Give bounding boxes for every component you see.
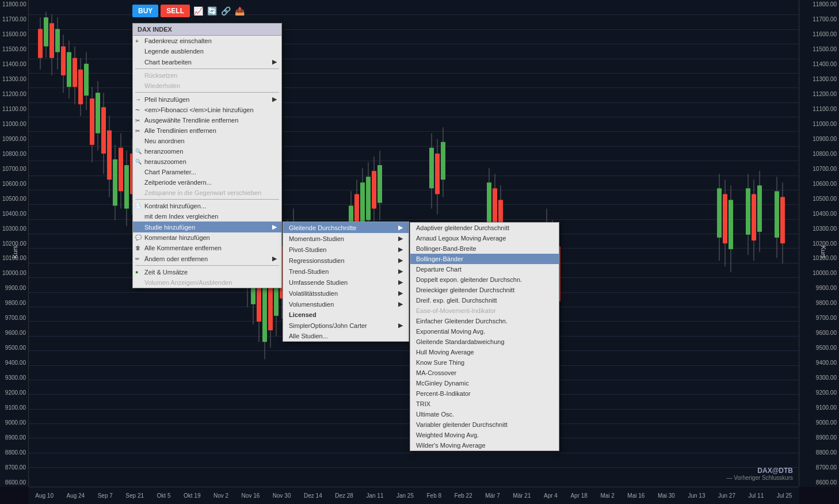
submenu3-mcginley[interactable]: McGinley Dynamic [410, 378, 559, 388]
submenu-arrow-gleitende: ▶ [392, 224, 403, 231]
menu-item-kommentar[interactable]: 💬 Kommentar hinzufügen [133, 232, 281, 243]
menu-item-neu-anordnen[interactable]: Neu anordnen [133, 136, 281, 146]
menu-item-zeit[interactable]: ● Zeit & Umsätze [133, 267, 281, 277]
submenu3-gleitende-std[interactable]: Gleitende Standardabweichung [410, 337, 559, 347]
menu-item-chart-bearbeiten[interactable]: Chart bearbeiten ▶ [133, 56, 281, 67]
submenu3-arnaud[interactable]: Arnaud Legoux Moving Average [410, 233, 559, 243]
submenu3-ma-crossover[interactable]: MA-Crossover [410, 368, 559, 378]
submenu-gleitende[interactable]: Gleitende Durchschnitte ▶ Adaptiver glei… [283, 222, 409, 233]
buy-button[interactable]: BUY [132, 5, 158, 17]
submenu-arrow-regression: ▶ [392, 257, 403, 264]
menu-item-heranzoomen[interactable]: 🔍 heranzoomen [133, 146, 281, 156]
context-menu: DAX INDEX + Fadenkreuz einschalten Legen… [132, 23, 282, 288]
refresh-icon[interactable]: 🔄 [206, 5, 218, 17]
submenu-volumen[interactable]: Volumenstudien ▶ [283, 299, 409, 310]
menu-item-volumen: Volumen Anzeigen/Ausblenden [133, 277, 281, 288]
submenu-momentum[interactable]: Momentum-Studien ▶ [283, 233, 409, 244]
submenu-simpler[interactable]: SimplerOptions/John Carter ▶ [283, 320, 409, 331]
submenu3-dreif[interactable]: Dreif. exp. gleit. Durchschnitt [410, 295, 559, 306]
svg-rect-73 [360, 182, 365, 226]
trendlinie-icon: ✂ [135, 117, 140, 124]
submenu3-ultimate[interactable]: Ultimate Osc. [410, 409, 559, 419]
menu-item-legende[interactable]: Legende ausblenden [133, 46, 281, 56]
menu-item-trendlinie-entfernen[interactable]: ✂ Ausgewählte Trendlinie entfernen [133, 115, 281, 125]
link-icon[interactable]: 🔗 [220, 5, 231, 17]
submenu3-wilder[interactable]: Wilder's Moving Average [410, 440, 559, 450]
dax-watermark: DAX@DTB — Vorheriger Schlusskurs [726, 467, 793, 481]
svg-rect-99 [717, 188, 722, 238]
svg-rect-101 [723, 194, 727, 243]
svg-rect-107 [752, 194, 756, 240]
menu-item-kontrakt[interactable]: 📄 Kontrakt hinzufügen... [133, 201, 281, 211]
submenu3-bollinger-breite[interactable]: Bollinger-Band-Breite [410, 243, 559, 254]
menu-item-ruecksetzen: Rücksetzen [133, 70, 281, 81]
zoom-out-icon: 🔍 [135, 159, 142, 165]
pfeil-icon: → [135, 96, 141, 102]
submenu3-variabler[interactable]: Variabler gleitender Durchschnitt [410, 419, 559, 430]
svg-rect-7 [55, 29, 60, 52]
svg-rect-75 [366, 177, 371, 220]
submenu3-weighted[interactable]: Weighted Moving Avg. [410, 430, 559, 440]
svg-rect-9 [61, 47, 66, 75]
chart-container: DAX [0, 0, 839, 504]
svg-rect-3 [44, 17, 48, 46]
menu-item-zeitperiode[interactable]: Zeitperiode verändern... [133, 177, 281, 188]
submenu3-know-sure[interactable]: Know Sure Thing [410, 357, 559, 368]
submenu3-bollinger-baender[interactable]: Bollinger-Bänder [410, 254, 559, 264]
divider-3 [135, 199, 279, 200]
export-icon[interactable]: 📤 [234, 5, 245, 17]
submenu3-adaptiv[interactable]: Adaptiver gleitender Durchschnitt [410, 223, 559, 233]
menu-item-pfeil[interactable]: → Pfeil hinzufügen ▶ [133, 94, 281, 105]
svg-rect-81 [429, 148, 434, 189]
submenu-arrow-umfassend: ▶ [392, 278, 403, 286]
submenu-umfassend[interactable]: Umfassende Studien ▶ [283, 277, 409, 288]
submenu-trend[interactable]: Trend-Studien ▶ [283, 266, 409, 277]
submenu3-departure[interactable]: Departure Chart [410, 264, 559, 274]
submenu3-dreieckig[interactable]: Dreieckiger gleitender Durchschnitt [410, 285, 559, 295]
chart-icon[interactable]: 📈 [192, 5, 204, 17]
svg-rect-111 [775, 191, 779, 238]
submenu-arrow-simpler: ▶ [392, 322, 403, 329]
menu-item-aendern[interactable]: ✏ Ändern oder entfernen ▶ [133, 253, 281, 264]
menu-item-fadenkreuz[interactable]: + Fadenkreuz einschalten [133, 36, 281, 46]
submenu-volatilitaet[interactable]: Volatilitätsstudien ▶ [283, 288, 409, 299]
menu-item-studie[interactable]: Studie hinzufügen ▶ Gleitende Durchschni… [133, 222, 281, 232]
alle-trendlinien-icon: ✂ [135, 128, 140, 134]
svg-rect-15 [78, 70, 83, 104]
y-axis-left: 11800.00 11700.00 11600.00 11500.00 1140… [0, 0, 29, 487]
submenu-arrow-trend: ▶ [392, 268, 403, 275]
submenu3-exponential[interactable]: Exponential Moving Avg. [410, 326, 559, 337]
submenu-arrow-volatilitaet: ▶ [392, 289, 403, 297]
svg-rect-57 [262, 281, 267, 342]
menu-item-fibonacci[interactable]: 〜 <em>Fibonacci </em>Linie hinzufügen [133, 105, 281, 115]
menu-item-chart-parameter[interactable]: Chart Parameter... [133, 167, 281, 177]
menu-item-alle-trendlinien[interactable]: ✂ Alle Trendlinien entfernen [133, 125, 281, 136]
kommentar-icon: 💬 [135, 235, 142, 240]
submenu3-hull[interactable]: Hull Moving Average [410, 347, 559, 357]
alle-kommentare-icon: 🗑 [135, 245, 140, 251]
submenu-alle[interactable]: Alle Studien... [283, 331, 409, 341]
fadenkreuz-icon: + [135, 38, 139, 44]
svg-rect-77 [372, 171, 376, 208]
menu-item-index-vergleichen[interactable]: mit dem Index vergleichen [133, 211, 281, 222]
menu-item-zeitspanne: Zeitspanne in die Gegenwart verschieben [133, 188, 281, 198]
sell-button[interactable]: SELL [161, 5, 190, 17]
submenu3-ease[interactable]: Ease-of-Movement-Indikator [410, 306, 559, 316]
svg-rect-23 [101, 107, 106, 154]
svg-rect-79 [377, 165, 382, 203]
submenu3-doppelt[interactable]: Doppelt expon. gleitender Durchschn. [410, 274, 559, 285]
menu-item-herauszoomen[interactable]: 🔍 herauszoomen [133, 156, 281, 167]
submenu3-percent-b[interactable]: Percent-B-Indikator [410, 388, 559, 399]
divider-4 [135, 265, 279, 266]
fibonacci-icon: 〜 [135, 107, 140, 113]
submenu3-gleitende: Adaptiver gleitender Durchschnitt Arnaud… [410, 222, 559, 451]
submenu3-trix[interactable]: TRIX [410, 399, 559, 409]
submenu3-einfach[interactable]: Einfacher Gleitender Durchschn. [410, 316, 559, 326]
svg-rect-31 [124, 165, 129, 209]
svg-rect-109 [757, 185, 762, 232]
submenu-regression[interactable]: Regressionsstudien ▶ [283, 255, 409, 266]
submenu-pivot[interactable]: Pivot-Studien ▶ [283, 244, 409, 255]
svg-rect-1 [38, 29, 43, 58]
submenu-arrow: ▶ [266, 58, 277, 66]
menu-item-alle-kommentare[interactable]: 🗑 Alle Kommentare entfernen [133, 243, 281, 253]
